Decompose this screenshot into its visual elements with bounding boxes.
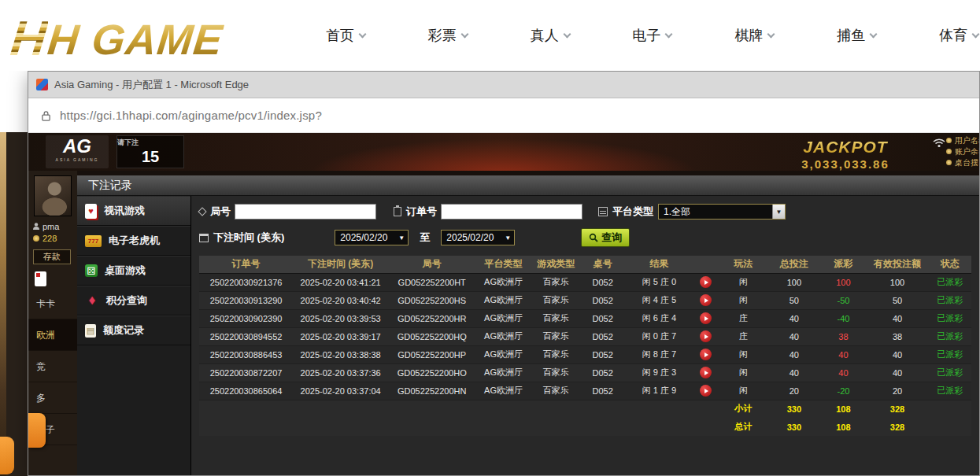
cell-payout: 38 (820, 327, 867, 345)
order-input[interactable] (441, 204, 582, 220)
cell-status: 已派彩 (928, 309, 971, 327)
hall-item[interactable]: 竞 (28, 351, 77, 382)
ag-topbar: AG ASIA GAMING 请下注 15 JACKPOT 3,033,033.… (28, 133, 979, 171)
table-header-row: 订单号下注时间 (美东)局号平台类型游戏类型桌号结果玩法总投注派彩有效投注额状态 (199, 256, 971, 273)
deposit-button[interactable]: 存款 (33, 249, 71, 264)
cell-play: 闲 (719, 273, 768, 291)
table-header-cell: 玩法 (719, 256, 768, 273)
cell-replay (693, 291, 719, 309)
round-label: 局号 (199, 205, 231, 219)
hall-item[interactable]: 欧洲 (28, 319, 77, 351)
platform-select[interactable]: 1.全部 ▼ (658, 204, 786, 220)
date-to-select[interactable]: 2025/02/20 ▼ (441, 230, 515, 245)
edge-window: Asia Gaming - 用户配置 1 - Microsoft Edge ht… (28, 71, 980, 476)
table-header-cell: 结果 (625, 256, 693, 273)
cell-time: 2025-02-20 03:39:53 (293, 309, 388, 327)
cell-bet: 100 (768, 273, 821, 291)
floating-button[interactable] (28, 413, 46, 448)
table-header-cell: 桌号 (580, 256, 625, 273)
cell-time: 2025-02-20 03:41:21 (293, 273, 388, 291)
menu-item[interactable]: ⚄ 桌面游戏 (77, 256, 190, 286)
jackpot-label: JACKPOT (782, 138, 908, 157)
cell-time: 2025-02-20 03:37:36 (293, 363, 388, 382)
replay-button[interactable] (700, 276, 712, 288)
cell-round: GD052252200HN (388, 382, 475, 400)
nav-item[interactable]: 电子 (632, 26, 671, 45)
lock-icon[interactable] (41, 109, 51, 122)
cell-game: 百家乐 (531, 327, 581, 345)
cell-status: 已派彩 (928, 382, 971, 400)
url-bar[interactable]: https://gci.1hhapi.com/agingame/pcv1/ind… (28, 98, 979, 133)
tag-icon (198, 207, 206, 216)
menu-item-icon: 777 (85, 235, 102, 247)
edge-titlebar[interactable]: Asia Gaming - 用户配置 1 - Microsoft Edge (28, 72, 979, 98)
nav-item[interactable]: 棋牌 (734, 26, 774, 45)
nav-item[interactable]: 真人 (531, 26, 570, 45)
filter-row-1: 局号 订单号 平台类型 (199, 201, 971, 223)
search-button[interactable]: 查询 (581, 228, 630, 247)
cell-platform: AG欧洲厅 (475, 273, 531, 291)
cell-round: GD052252200HP (388, 345, 475, 363)
nav-item[interactable]: 首页 (326, 26, 365, 45)
cell-round: GD052252200HS (388, 291, 475, 309)
menu-item[interactable]: ▤ 额度记录 (77, 315, 190, 345)
nav-item[interactable]: 彩票 (428, 26, 468, 45)
replay-button[interactable] (700, 312, 712, 324)
cell-platform: AG欧洲厅 (475, 382, 531, 400)
bet-table: 订单号下注时间 (美东)局号平台类型游戏类型桌号结果玩法总投注派彩有效投注额状态… (199, 256, 971, 436)
user-avatar[interactable] (34, 175, 72, 216)
cell-replay (693, 382, 719, 400)
hall-item[interactable]: 多 (28, 382, 77, 414)
url-text[interactable]: https://gci.1hhapi.com/agingame/pcv1/ind… (60, 109, 322, 122)
date-from-select[interactable]: 2025/02/20 ▼ (335, 230, 409, 245)
replay-button[interactable] (700, 367, 712, 378)
platform-label: 平台类型 (598, 205, 653, 219)
total-label: 总计 (719, 418, 768, 436)
menu-item[interactable]: ♦ 积分查询 (77, 286, 190, 315)
table-header-cell: 状态 (928, 256, 971, 273)
floating-service-button[interactable] (0, 437, 14, 474)
summary-rows: 小计 330 108 328 总计 330 (199, 400, 971, 436)
menu-item[interactable]: ♥ 视讯游戏 (77, 196, 190, 226)
nav-item[interactable]: 体育 (939, 26, 978, 45)
chevron-down-icon (665, 30, 673, 38)
replay-button[interactable] (700, 349, 712, 360)
panel-body: ♥ 视讯游戏 777 电子老虎机 (77, 196, 979, 475)
user-info-line: 账户余额 (946, 146, 979, 157)
cell-result: 闲 8 庄 7 (625, 345, 693, 363)
table-rows: 250220030921376 2025-02-20 03:41:21 GD05… (199, 273, 971, 400)
replay-button[interactable] (700, 294, 712, 306)
cell-game: 百家乐 (531, 345, 581, 363)
hall-item[interactable]: 卡卡 (28, 288, 77, 319)
cell-order: 250220030913290 (199, 291, 293, 309)
bet-time-label: 下注时间 (美东) (199, 231, 284, 245)
dropdown-arrow-icon: ▼ (501, 234, 514, 242)
nav-item[interactable]: 捕鱼 (837, 26, 876, 45)
chevron-down-icon (972, 30, 980, 38)
menu-item[interactable]: 777 电子老虎机 (77, 226, 190, 256)
site-logo: H H GAME (11, 8, 279, 63)
cell-round: GD052252200HQ (388, 327, 475, 345)
cell-payout: 40 (820, 363, 867, 382)
round-input[interactable] (235, 204, 376, 220)
cell-order: 250220030886453 (199, 345, 293, 363)
user-info-line: 用户名称 (946, 135, 979, 146)
cell-round: GD052252200HT (388, 273, 475, 291)
cell-table: D052 (580, 291, 625, 309)
total-row: 总计 330 108 328 (199, 418, 971, 436)
person-icon (33, 223, 39, 230)
replay-button[interactable] (700, 330, 712, 342)
logo-mark: H (9, 14, 49, 63)
cell-game: 百家乐 (531, 309, 581, 327)
cell-table: D052 (580, 345, 625, 363)
ag-logo-text: AG (46, 135, 109, 157)
cell-payout: 100 (820, 273, 867, 291)
cell-bet: 40 (768, 345, 821, 363)
bet-countdown: 请下注 15 (116, 135, 184, 168)
page-sidebar-strip (0, 132, 28, 476)
cell-play: 庄 (719, 309, 768, 327)
cell-status: 已派彩 (928, 273, 971, 291)
replay-button[interactable] (700, 385, 712, 397)
menu-item-icon: ▤ (85, 324, 96, 338)
table-header-cell (693, 256, 719, 273)
